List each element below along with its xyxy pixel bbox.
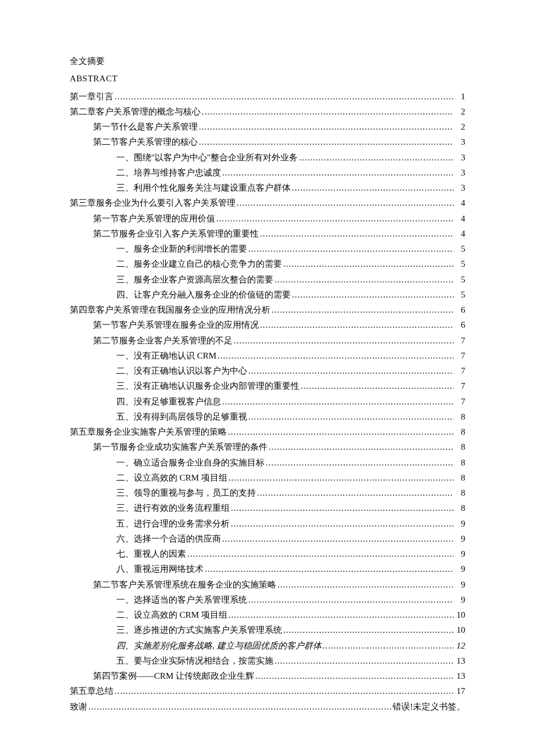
toc-page-number: 8 [455, 409, 465, 424]
toc-entry: 二、服务企业建立自己的核心竞争力的需要5 [70, 256, 465, 271]
toc-title: 第四节案例——CRM 让传统邮政企业生辉 [93, 668, 254, 683]
toc-page-number: 13 [455, 668, 465, 683]
toc-title: 七、重视人的因素 [116, 546, 186, 561]
toc-title: 第五章总结 [70, 683, 113, 698]
toc-title: 第二节服务企业引入客户关系管理的重要性 [93, 226, 259, 241]
toc-leader [274, 272, 454, 282]
toc-leader [283, 256, 454, 267]
toc-entry: 第四章客户关系管理在我国服务企业的应用情况分析6 [70, 302, 465, 317]
toc-page-number: 3 [455, 180, 465, 195]
toc-leader [88, 699, 391, 710]
toc-entry: 第一节客户关系管理在服务企业的应用情况6 [70, 317, 465, 332]
toc-page-number: 12 [455, 638, 465, 653]
toc-page-number: 8 [455, 500, 465, 515]
toc-leader [202, 104, 454, 114]
toc-page-number: 5 [455, 272, 465, 287]
toc-leader [292, 180, 454, 191]
toc-entry: 八、重视运用网络技术9 [70, 561, 465, 576]
toc-entry: 第五章总结17 [70, 683, 465, 698]
toc-title: 四、让客户充分融入服务企业的价值链的需要 [116, 287, 291, 302]
toc-leader [266, 455, 454, 465]
toc-leader [228, 424, 454, 435]
toc-entry: 三、利用个性化服务关注与建设重点客户群体3 [70, 180, 465, 195]
toc-title: 一、选择适当的客户关系管理系统 [116, 592, 247, 607]
toc-page-number: 5 [455, 256, 465, 271]
toc-entry: 五、要与企业实际情况相结合，按需实施13 [70, 653, 465, 668]
toc-title: 第二节客户关系管理系统在服务企业的实施策略 [93, 577, 276, 592]
toc-title: 第二节服务企业客户关系管理的不足 [93, 333, 233, 348]
toc-title: 第五章服务企业实施客户关系管理的策略 [70, 424, 227, 439]
toc-entry: 第一节服务企业成功实施客户关系管理的条件8 [70, 439, 465, 454]
toc-leader [187, 546, 454, 557]
toc-leader [248, 592, 454, 603]
toc-leader [277, 577, 454, 587]
table-of-contents: 第一章引言1第二章客户关系管理的概念与核心2第一节什么是客户关系管理2第二节客户… [70, 89, 465, 714]
toc-page-number: 8 [455, 485, 465, 500]
toc-leader [231, 500, 454, 511]
toc-page-number: 8 [455, 424, 465, 439]
toc-entry: 三、逐步推进的方式实施客户关系管理系统10 [70, 622, 465, 637]
toc-title: 六、选择一个合适的供应商 [116, 531, 221, 546]
toc-leader [257, 485, 454, 496]
toc-title: 三、逐步推进的方式实施客户关系管理系统 [116, 622, 282, 637]
toc-page-number: 1 [455, 89, 465, 104]
toc-page-number: 6 [455, 302, 465, 317]
toc-entry: 第一节什么是客户关系管理2 [70, 119, 465, 134]
toc-page-number: 2 [455, 104, 465, 119]
toc-leader [237, 195, 454, 206]
toc-leader [248, 241, 454, 252]
toc-leader [248, 409, 454, 420]
abstract-heading: ABSTRACT [70, 71, 465, 86]
toc-page-number: 4 [455, 226, 465, 241]
toc-title: 二、设立高效的 CRM 项目组 [116, 607, 227, 622]
toc-entry: 二、设立高效的 CRM 项目组10 [70, 607, 465, 622]
toc-title: 一、没有正确地认识 CRM [116, 348, 216, 363]
toc-title: 五、要与企业实际情况相结合，按需实施 [116, 653, 273, 668]
toc-page-number: 9 [455, 561, 465, 576]
toc-title: 五、没有得到高层领导的足够重视 [116, 409, 247, 424]
toc-entry: 第二节服务企业引入客户关系管理的重要性4 [70, 226, 465, 241]
toc-page-number: 6 [455, 317, 465, 332]
toc-title: 二、培养与维持客户忠诚度 [116, 165, 221, 180]
toc-leader [115, 89, 454, 99]
toc-title: 三、利用个性化服务关注与建设重点客户群体 [116, 180, 291, 195]
toc-page-number: 3 [455, 150, 465, 165]
toc-leader [229, 607, 454, 618]
toc-title: 二、设立高效的 CRM 项目组 [116, 470, 227, 485]
toc-leader [260, 226, 454, 237]
toc-title: 四、没有足够重视客户信息 [116, 394, 221, 409]
toc-entry: 一、服务企业新的利润增长的需要5 [70, 241, 465, 256]
toc-entry: 一、确立适合服务企业自身的实施目标8 [70, 455, 465, 470]
toc-entry: 二、设立高效的 CRM 项目组8 [70, 470, 465, 485]
toc-page-number: 7 [455, 348, 465, 363]
toc-title: 三、领导的重视与参与，员工的支持 [116, 485, 256, 500]
toc-page-number: 3 [455, 165, 465, 180]
toc-page-number: 4 [455, 211, 465, 226]
toc-entry: 第二节客户关系管理系统在服务企业的实施策略9 [70, 577, 465, 592]
toc-entry: 一、选择适当的客户关系管理系统9 [70, 592, 465, 607]
toc-leader [222, 394, 454, 404]
toc-page-number: 8 [455, 439, 465, 454]
toc-leader [299, 150, 454, 160]
toc-page-number: 13 [455, 653, 465, 668]
toc-leader [199, 134, 454, 145]
toc-entry: 三、领导的重视与参与，员工的支持8 [70, 485, 465, 500]
toc-page-number: 9 [455, 577, 465, 592]
toc-entry: 第五章服务企业实施客户关系管理的策略8 [70, 424, 465, 439]
toc-page-number: 9 [455, 546, 465, 561]
toc-title: 第二章客户关系管理的概念与核心 [70, 104, 201, 119]
toc-leader [216, 211, 454, 221]
page-content: 全文摘要 ABSTRACT 第一章引言1第二章客户关系管理的概念与核心2第一节什… [0, 0, 535, 756]
toc-title: 第四章客户关系管理在我国服务企业的应用情况分析 [70, 302, 270, 317]
toc-title: 一、服务企业新的利润增长的需要 [116, 241, 247, 256]
toc-leader [199, 119, 454, 130]
toc-entry: 一、没有正确地认识 CRM7 [70, 348, 465, 363]
toc-title: 一、确立适合服务企业自身的实施目标 [116, 455, 265, 470]
toc-title: 三、没有正确地认识服务企业内部管理的重要性 [116, 378, 299, 393]
toc-leader [323, 638, 454, 648]
toc-page-number: 8 [455, 470, 465, 485]
toc-title: 五、进行合理的业务需求分析 [116, 516, 230, 531]
toc-entry: 六、选择一个合适的供应商9 [70, 531, 465, 546]
toc-leader [231, 516, 454, 526]
toc-leader [283, 622, 454, 633]
